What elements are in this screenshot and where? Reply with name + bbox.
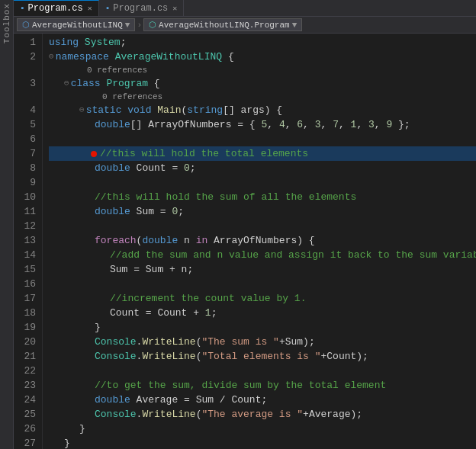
- tab-program-cs-2[interactable]: ▪ Program.cs ✕: [99, 0, 185, 16]
- breadcrumb-arrow-1: ▼: [125, 21, 130, 30]
- ln-27: 27: [14, 436, 36, 449]
- ln-24: 24: [14, 393, 36, 407]
- code-line-1: using System;: [49, 35, 476, 50]
- code-line-22: [49, 364, 476, 378]
- ln-18: 18: [14, 306, 36, 320]
- ln-23: 23: [14, 378, 36, 393]
- code-line-27: }: [49, 436, 476, 449]
- code-line-11: double Sum = 0;: [49, 204, 476, 219]
- ln-ref2: [14, 91, 36, 103]
- ln-3: 3: [14, 76, 36, 91]
- ln-2: 2: [14, 50, 36, 64]
- kw-using: using: [49, 35, 79, 50]
- code-line-23: //to get the sum, divide sum by the tota…: [49, 378, 476, 393]
- code-content[interactable]: using System; ⊖namespace AverageWithoutL…: [43, 34, 476, 449]
- code-line-16: [49, 277, 476, 291]
- code-area: 1 2 3 4 5 6 7 8 9 10 11 12 13 14 15 16 1…: [14, 34, 476, 449]
- code-line-9: [49, 175, 476, 190]
- code-line-7: //this will hold the total elements: [49, 146, 476, 161]
- ref-line-ns: 0 references: [49, 64, 476, 76]
- ln-13: 13: [14, 233, 36, 248]
- breadcrumb-namespace[interactable]: ⬡ AverageWithoutLINQ ▼: [17, 18, 135, 31]
- tab-program-cs-1[interactable]: ▪ Program.cs ✕: [14, 0, 99, 16]
- ln-21: 21: [14, 349, 36, 364]
- collapse-main[interactable]: ⊖: [79, 103, 85, 117]
- code-line-13: foreach(double n in ArrayOfNumbers) {: [49, 233, 476, 248]
- kw-static: static: [86, 103, 122, 117]
- breadcrumb-namespace-icon: ⬡: [22, 20, 30, 30]
- code-line-26: }: [49, 422, 476, 436]
- ln-10: 10: [14, 190, 36, 204]
- code-line-25: Console.WriteLine("The average is "+Aver…: [49, 407, 476, 422]
- code-line-3: ⊖class Program {: [49, 76, 476, 91]
- toolbox-label: Toolbox: [2, 3, 11, 43]
- ln-15: 15: [14, 262, 36, 277]
- breadcrumb-class-label: AverageWithoutLINQ.Program: [159, 21, 290, 30]
- ref-line-class: 0 references: [49, 91, 476, 103]
- class-name: Program: [106, 76, 148, 91]
- breadcrumb-class-icon: ⬡: [149, 20, 156, 30]
- ln-26: 26: [14, 422, 36, 436]
- tab-close-1[interactable]: ✕: [88, 4, 92, 13]
- code-line-6: [49, 132, 476, 146]
- ln-12: 12: [14, 219, 36, 233]
- toolbox-sidebar: Toolbox: [0, 0, 14, 449]
- ln-25: 25: [14, 407, 36, 422]
- code-line-24: double Average = Sum / Count;: [49, 393, 476, 407]
- ln-9: 9: [14, 175, 36, 190]
- tab-bar: ▪ Program.cs ✕ ▪ Program.cs ✕: [14, 0, 476, 17]
- ln-19: 19: [14, 320, 36, 335]
- ln-6: 6: [14, 132, 36, 146]
- cs-file-icon: ▪: [20, 4, 25, 13]
- breadcrumb-namespace-label: AverageWithoutLINQ: [32, 21, 123, 30]
- code-line-15: Sum = Sum + n;: [49, 262, 476, 277]
- ln-ref1: [14, 64, 36, 76]
- collapse-class[interactable]: ⊖: [64, 76, 69, 91]
- breakpoint-indicator: [91, 151, 97, 157]
- ln-8: 8: [14, 161, 36, 175]
- code-line-8: double Count = 0;: [49, 161, 476, 175]
- code-line-2: ⊖namespace AverageWithoutLINQ {: [49, 50, 476, 64]
- kw-namespace: namespace: [56, 50, 109, 64]
- code-line-12: [49, 219, 476, 233]
- ln-5: 5: [14, 117, 36, 132]
- code-line-21: Console.WriteLine("Total elements is "+C…: [49, 349, 476, 364]
- ln-22: 22: [14, 364, 36, 378]
- tab-label-1: Program.cs: [28, 3, 83, 14]
- code-line-18: Count = Count + 1;: [49, 306, 476, 320]
- ln-1: 1: [14, 35, 36, 50]
- breadcrumb-bar: ⬡ AverageWithoutLINQ ▼ › ⬡ AverageWithou…: [14, 17, 476, 34]
- ln-17: 17: [14, 291, 36, 306]
- tab-close-2[interactable]: ✕: [172, 4, 177, 13]
- main-area: ▪ Program.cs ✕ ▪ Program.cs ✕ ⬡ AverageW…: [14, 0, 476, 449]
- code-line-17: //increment the count value by 1.: [49, 291, 476, 306]
- ln-20: 20: [14, 335, 36, 349]
- breadcrumb-sep: ›: [137, 21, 142, 30]
- kw-class: class: [71, 76, 101, 91]
- ln-11: 11: [14, 204, 36, 219]
- ln-14: 14: [14, 248, 36, 262]
- cs-file-icon-2: ▪: [105, 4, 111, 13]
- ln-7: 7: [14, 146, 36, 161]
- breadcrumb-class[interactable]: ⬡ AverageWithoutLINQ.Program ▼: [143, 18, 302, 31]
- code-line-10: //this will hold the sum of all the elem…: [49, 190, 476, 204]
- collapse-ns[interactable]: ⊖: [49, 50, 54, 64]
- code-line-4: ⊖static void Main(string[] args) {: [49, 103, 476, 117]
- code-line-20: Console.WriteLine("The sum is "+Sum);: [49, 335, 476, 349]
- breadcrumb-arrow-2: ▼: [292, 21, 298, 30]
- ln-4: 4: [14, 103, 36, 117]
- code-line-19: }: [49, 320, 476, 335]
- tab-label-2: Program.cs: [113, 3, 168, 14]
- code-line-14: //add the sum and n value and assign it …: [49, 248, 476, 262]
- ln-16: 16: [14, 277, 36, 291]
- line-numbers: 1 2 3 4 5 6 7 8 9 10 11 12 13 14 15 16 1…: [14, 34, 43, 449]
- code-line-5: double[] ArrayOfNumbers = { 5, 4, 6, 3, …: [49, 117, 476, 132]
